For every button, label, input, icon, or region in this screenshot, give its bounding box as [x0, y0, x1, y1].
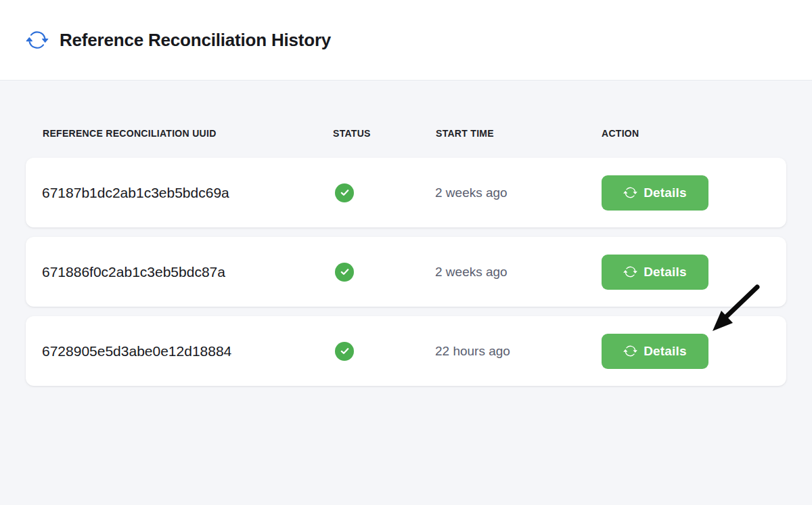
details-button-label: Details: [644, 265, 687, 280]
check-circle-icon: [335, 263, 354, 282]
table-row: 671886f0c2ab1c3eb5bdc87a 2 weeks ago: [26, 237, 786, 307]
action-cell: Details: [602, 255, 708, 290]
sync-icon: [623, 265, 637, 279]
status-cell: [335, 342, 354, 361]
action-cell: Details: [602, 334, 708, 369]
uuid-value: 671886f0c2ab1c3eb5bdc87a: [42, 264, 225, 280]
column-header-uuid: REFERENCE RECONCILIATION UUID: [43, 128, 217, 139]
action-cell: Details: [602, 175, 708, 211]
page-title: Reference Reconciliation History: [60, 30, 331, 51]
check-circle-icon: [335, 342, 354, 361]
history-table: REFERENCE RECONCILIATION UUID STATUS STA…: [0, 128, 812, 386]
status-cell: [335, 263, 354, 282]
table-row: 6728905e5d3abe0e12d18884 22 hours ago: [26, 316, 786, 386]
sync-icon: [623, 344, 637, 358]
start-time-value: 2 weeks ago: [435, 265, 508, 280]
check-circle-icon: [335, 183, 354, 202]
sync-icon: [26, 28, 49, 51]
sync-icon: [623, 185, 637, 200]
page: Reference Reconciliation History REFEREN…: [0, 0, 812, 505]
app-header: Reference Reconciliation History: [0, 0, 812, 81]
table-row: 67187b1dc2ab1c3eb5bdc69a 2 weeks ago: [26, 158, 786, 227]
status-cell: [335, 183, 354, 202]
start-time-value: 2 weeks ago: [435, 185, 508, 200]
column-header-start-time: START TIME: [436, 128, 494, 139]
uuid-value: 67187b1dc2ab1c3eb5bdc69a: [42, 185, 229, 201]
uuid-value: 6728905e5d3abe0e12d18884: [42, 343, 231, 359]
details-button[interactable]: Details: [602, 255, 708, 290]
details-button-label: Details: [644, 344, 687, 359]
details-button[interactable]: Details: [602, 175, 708, 211]
column-header-action: ACTION: [602, 128, 639, 139]
start-time-value: 22 hours ago: [435, 344, 510, 359]
details-button-row-3[interactable]: Details: [602, 334, 708, 369]
details-button-label: Details: [644, 185, 687, 200]
table-header-row: REFERENCE RECONCILIATION UUID STATUS STA…: [26, 128, 786, 137]
column-header-status: STATUS: [333, 128, 371, 139]
